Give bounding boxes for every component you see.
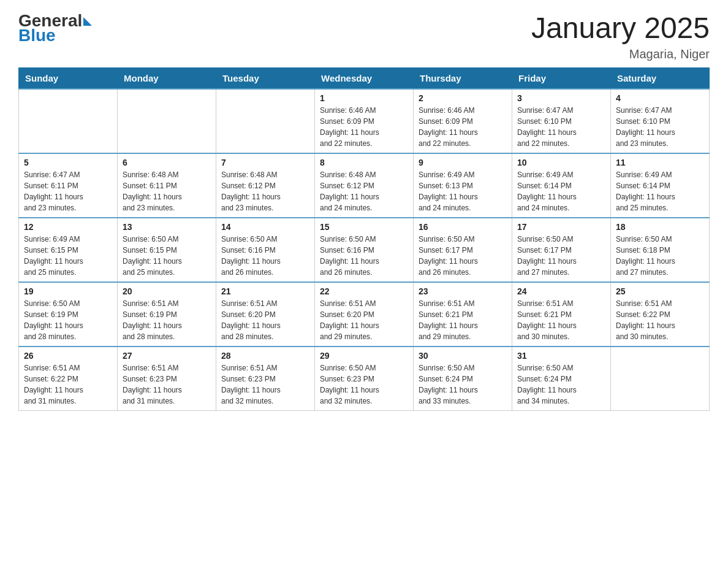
day-info: Sunrise: 6:50 AM Sunset: 6:23 PM Dayligh…	[320, 362, 408, 407]
day-number: 15	[320, 222, 408, 232]
day-number: 6	[123, 158, 211, 167]
day-info: Sunrise: 6:50 AM Sunset: 6:15 PM Dayligh…	[123, 234, 211, 278]
calendar-cell: 7Sunrise: 6:48 AM Sunset: 6:12 PM Daylig…	[216, 153, 315, 218]
day-number: 24	[517, 286, 605, 296]
day-info: Sunrise: 6:50 AM Sunset: 6:24 PM Dayligh…	[517, 362, 605, 407]
calendar-title: January 2025	[531, 12, 710, 45]
calendar-cell: 19Sunrise: 6:50 AM Sunset: 6:19 PM Dayli…	[19, 282, 118, 347]
day-number: 25	[616, 286, 704, 296]
day-info: Sunrise: 6:47 AM Sunset: 6:10 PM Dayligh…	[517, 105, 605, 149]
day-number: 13	[123, 222, 211, 232]
calendar-week-3: 12Sunrise: 6:49 AM Sunset: 6:15 PM Dayli…	[19, 218, 710, 282]
day-info: Sunrise: 6:51 AM Sunset: 6:22 PM Dayligh…	[24, 362, 112, 407]
day-number: 19	[24, 286, 112, 296]
calendar-header-wednesday: Wednesday	[315, 67, 414, 89]
logo-blue: Blue	[18, 27, 92, 44]
day-number: 17	[517, 222, 605, 232]
calendar-cell: 10Sunrise: 6:49 AM Sunset: 6:14 PM Dayli…	[512, 153, 611, 218]
calendar-cell: 12Sunrise: 6:49 AM Sunset: 6:15 PM Dayli…	[19, 218, 118, 282]
day-info: Sunrise: 6:46 AM Sunset: 6:09 PM Dayligh…	[320, 105, 408, 149]
calendar-cell	[611, 347, 710, 411]
day-info: Sunrise: 6:49 AM Sunset: 6:15 PM Dayligh…	[24, 234, 112, 278]
day-info: Sunrise: 6:50 AM Sunset: 6:18 PM Dayligh…	[616, 234, 704, 278]
day-info: Sunrise: 6:51 AM Sunset: 6:19 PM Dayligh…	[123, 298, 211, 342]
calendar-cell: 13Sunrise: 6:50 AM Sunset: 6:15 PM Dayli…	[118, 218, 216, 282]
day-number: 8	[320, 158, 408, 167]
day-number: 12	[24, 222, 112, 232]
calendar-location: Magaria, Niger	[531, 47, 710, 61]
calendar-cell: 23Sunrise: 6:51 AM Sunset: 6:21 PM Dayli…	[414, 282, 512, 347]
calendar-cell: 8Sunrise: 6:48 AM Sunset: 6:12 PM Daylig…	[315, 153, 414, 218]
day-info: Sunrise: 6:51 AM Sunset: 6:20 PM Dayligh…	[320, 298, 408, 342]
day-number: 31	[517, 351, 605, 361]
calendar-cell: 5Sunrise: 6:47 AM Sunset: 6:11 PM Daylig…	[19, 153, 118, 218]
day-number: 11	[616, 158, 704, 167]
day-number: 9	[419, 158, 507, 167]
calendar-header-monday: Monday	[118, 67, 216, 89]
calendar-cell: 24Sunrise: 6:51 AM Sunset: 6:21 PM Dayli…	[512, 282, 611, 347]
day-info: Sunrise: 6:50 AM Sunset: 6:19 PM Dayligh…	[24, 298, 112, 342]
logo: General Blue	[18, 12, 92, 44]
day-number: 22	[320, 286, 408, 296]
title-section: January 2025 Magaria, Niger	[531, 12, 710, 61]
calendar-cell: 27Sunrise: 6:51 AM Sunset: 6:23 PM Dayli…	[118, 347, 216, 411]
calendar-cell: 1Sunrise: 6:46 AM Sunset: 6:09 PM Daylig…	[315, 89, 414, 153]
calendar-cell: 2Sunrise: 6:46 AM Sunset: 6:09 PM Daylig…	[414, 89, 512, 153]
calendar-header-sunday: Sunday	[19, 67, 118, 89]
day-info: Sunrise: 6:50 AM Sunset: 6:16 PM Dayligh…	[320, 234, 408, 278]
calendar-cell: 29Sunrise: 6:50 AM Sunset: 6:23 PM Dayli…	[315, 347, 414, 411]
day-info: Sunrise: 6:50 AM Sunset: 6:24 PM Dayligh…	[419, 362, 507, 407]
page-header: General Blue January 2025 Magaria, Niger	[18, 12, 710, 61]
day-info: Sunrise: 6:51 AM Sunset: 6:23 PM Dayligh…	[221, 362, 309, 407]
day-number: 4	[616, 93, 704, 103]
calendar-header-thursday: Thursday	[414, 67, 512, 89]
calendar-header-saturday: Saturday	[611, 67, 710, 89]
day-number: 1	[320, 93, 408, 103]
calendar-cell: 20Sunrise: 6:51 AM Sunset: 6:19 PM Dayli…	[118, 282, 216, 347]
day-number: 23	[419, 286, 507, 296]
calendar-cell	[118, 89, 216, 153]
day-info: Sunrise: 6:49 AM Sunset: 6:14 PM Dayligh…	[517, 169, 605, 213]
day-number: 14	[221, 222, 309, 232]
calendar-week-2: 5Sunrise: 6:47 AM Sunset: 6:11 PM Daylig…	[19, 153, 710, 218]
day-number: 16	[419, 222, 507, 232]
calendar-header-tuesday: Tuesday	[216, 67, 315, 89]
day-number: 20	[123, 286, 211, 296]
calendar-cell: 17Sunrise: 6:50 AM Sunset: 6:17 PM Dayli…	[512, 218, 611, 282]
calendar-cell: 25Sunrise: 6:51 AM Sunset: 6:22 PM Dayli…	[611, 282, 710, 347]
day-info: Sunrise: 6:47 AM Sunset: 6:10 PM Dayligh…	[616, 105, 704, 149]
calendar-cell: 15Sunrise: 6:50 AM Sunset: 6:16 PM Dayli…	[315, 218, 414, 282]
calendar-cell	[19, 89, 118, 153]
calendar-cell: 30Sunrise: 6:50 AM Sunset: 6:24 PM Dayli…	[414, 347, 512, 411]
calendar-cell: 26Sunrise: 6:51 AM Sunset: 6:22 PM Dayli…	[19, 347, 118, 411]
calendar-cell: 6Sunrise: 6:48 AM Sunset: 6:11 PM Daylig…	[118, 153, 216, 218]
day-number: 29	[320, 351, 408, 361]
calendar-cell: 4Sunrise: 6:47 AM Sunset: 6:10 PM Daylig…	[611, 89, 710, 153]
day-info: Sunrise: 6:49 AM Sunset: 6:13 PM Dayligh…	[419, 169, 507, 213]
day-number: 10	[517, 158, 605, 167]
day-number: 30	[419, 351, 507, 361]
day-info: Sunrise: 6:48 AM Sunset: 6:12 PM Dayligh…	[221, 169, 309, 213]
calendar-week-5: 26Sunrise: 6:51 AM Sunset: 6:22 PM Dayli…	[19, 347, 710, 411]
day-number: 27	[123, 351, 211, 361]
day-number: 2	[419, 93, 507, 103]
calendar-week-4: 19Sunrise: 6:50 AM Sunset: 6:19 PM Dayli…	[19, 282, 710, 347]
day-info: Sunrise: 6:50 AM Sunset: 6:17 PM Dayligh…	[419, 234, 507, 278]
logo-arrow-icon	[83, 17, 92, 26]
calendar-header-friday: Friday	[512, 67, 611, 89]
calendar-cell: 11Sunrise: 6:49 AM Sunset: 6:14 PM Dayli…	[611, 153, 710, 218]
calendar-cell: 3Sunrise: 6:47 AM Sunset: 6:10 PM Daylig…	[512, 89, 611, 153]
calendar-header-row: SundayMondayTuesdayWednesdayThursdayFrid…	[19, 67, 710, 89]
calendar-cell: 22Sunrise: 6:51 AM Sunset: 6:20 PM Dayli…	[315, 282, 414, 347]
day-number: 18	[616, 222, 704, 232]
calendar-cell: 14Sunrise: 6:50 AM Sunset: 6:16 PM Dayli…	[216, 218, 315, 282]
calendar-cell: 21Sunrise: 6:51 AM Sunset: 6:20 PM Dayli…	[216, 282, 315, 347]
day-number: 3	[517, 93, 605, 103]
day-info: Sunrise: 6:51 AM Sunset: 6:23 PM Dayligh…	[123, 362, 211, 407]
day-info: Sunrise: 6:48 AM Sunset: 6:11 PM Dayligh…	[123, 169, 211, 213]
day-number: 26	[24, 351, 112, 361]
day-info: Sunrise: 6:47 AM Sunset: 6:11 PM Dayligh…	[24, 169, 112, 213]
day-info: Sunrise: 6:50 AM Sunset: 6:16 PM Dayligh…	[221, 234, 309, 278]
calendar-cell: 16Sunrise: 6:50 AM Sunset: 6:17 PM Dayli…	[414, 218, 512, 282]
day-number: 21	[221, 286, 309, 296]
